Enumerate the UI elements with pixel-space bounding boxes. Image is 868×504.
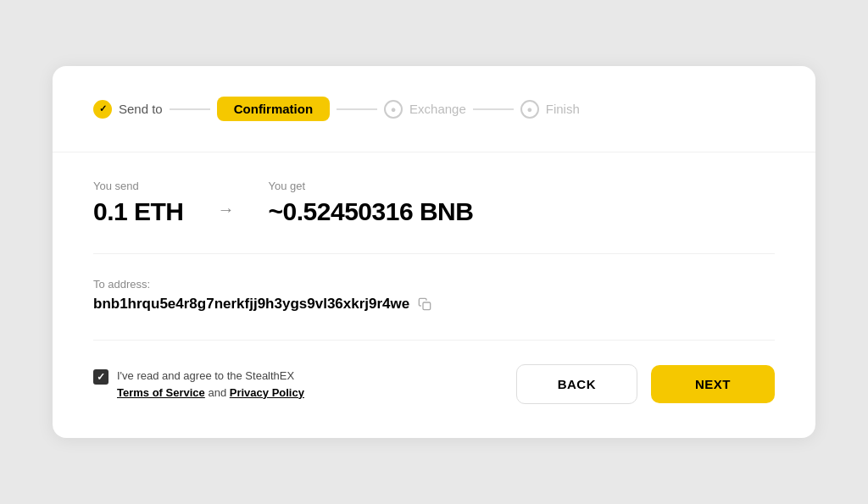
address-section: To address: bnb1hrqu5e4r8g7nerkfjj9h3ygs… [93, 254, 775, 341]
step-confirmation-label: Confirmation [217, 97, 330, 121]
send-amount: 0.1 ETH [93, 197, 184, 226]
step-connector-3 [473, 108, 514, 110]
step-send-to: ✓ Send to [93, 100, 163, 119]
action-buttons: BACK NEXT [516, 364, 775, 404]
copy-icon[interactable] [418, 297, 431, 311]
checkbox-checkmark-icon: ✓ [97, 371, 105, 383]
address-label: To address: [93, 278, 775, 291]
send-label: You send [93, 180, 184, 192]
privacy-policy-link[interactable]: Privacy Policy [230, 386, 304, 399]
step-send-to-label: Send to [119, 102, 163, 116]
stepper: ✓ Send to Confirmation ● Exchange ● Fini… [93, 97, 775, 121]
back-button[interactable]: BACK [516, 364, 637, 404]
step-finish-label: Finish [546, 102, 580, 116]
checkmark-icon: ✓ [99, 103, 107, 114]
terms-of-service-link[interactable]: Terms of Service [117, 386, 205, 399]
address-value-row: bnb1hrqu5e4r8g7nerkfjj9h3ygs9vl36xkrj9r4… [93, 296, 775, 313]
get-label: You get [269, 180, 474, 192]
terms-text: I've read and agree to the StealthEX Ter… [117, 368, 304, 401]
exchange-section: You send 0.1 ETH → You get ~0.52450316 B… [93, 152, 775, 254]
footer: ✓ I've read and agree to the StealthEX T… [93, 341, 775, 404]
step-exchange-indicator: ● [384, 100, 403, 119]
svg-rect-0 [423, 302, 431, 310]
get-col: You get ~0.52450316 BNB [269, 180, 474, 226]
step-confirmation: Confirmation [217, 97, 330, 121]
agree-checkbox[interactable]: ✓ [93, 369, 108, 385]
step-connector-1 [170, 108, 210, 110]
arrow-right-icon: → [218, 200, 235, 219]
step-exchange-label: Exchange [409, 102, 466, 116]
next-button[interactable]: NEXT [651, 365, 775, 403]
get-amount: ~0.52450316 BNB [269, 197, 474, 226]
address-text: bnb1hrqu5e4r8g7nerkfjj9h3ygs9vl36xkrj9r4… [93, 296, 409, 313]
step-finish-indicator: ● [520, 100, 539, 119]
step-exchange: ● Exchange [384, 100, 466, 119]
main-card: ✓ Send to Confirmation ● Exchange ● Fini… [53, 66, 815, 438]
terms-area: ✓ I've read and agree to the StealthEX T… [93, 368, 304, 401]
step-finish-dot: ● [526, 104, 532, 114]
terms-and: and [208, 386, 226, 399]
send-col: You send 0.1 ETH [93, 180, 184, 226]
step-exchange-dot: ● [391, 104, 397, 114]
step-finish: ● Finish [520, 100, 580, 119]
step-send-to-indicator: ✓ [93, 100, 112, 119]
terms-prefix: I've read and agree to the StealthEX [117, 369, 294, 382]
step-connector-2 [337, 108, 377, 110]
